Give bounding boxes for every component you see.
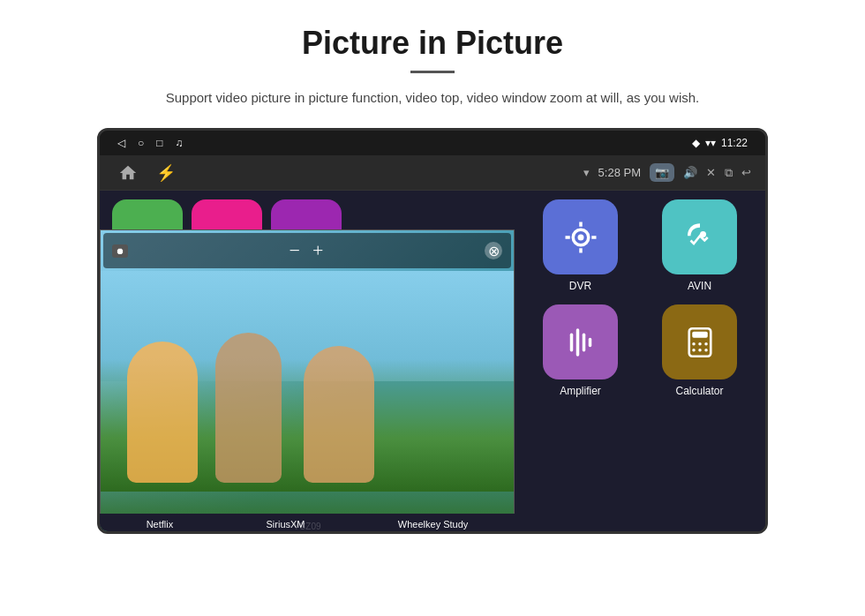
svg-rect-3 <box>569 333 573 351</box>
avin-label: AVIN <box>688 280 711 292</box>
dvr-app-item: DVR <box>527 199 634 292</box>
video-controls-bar: ⏺ − + ⊗ <box>103 233 511 268</box>
netflix-label: Netflix <box>147 519 174 530</box>
amplifier-app-item: Amplifier <box>527 304 634 397</box>
svg-rect-4 <box>575 328 579 357</box>
amplifier-icon[interactable] <box>543 304 618 379</box>
vc-center: − + <box>290 239 324 262</box>
video-content <box>101 271 514 492</box>
svg-point-11 <box>704 342 708 346</box>
page-title: Picture in Picture <box>302 25 563 62</box>
video-pip-area: ⏺ − + ⊗ <box>100 191 515 534</box>
page-wrapper: Picture in Picture Support video picture… <box>0 0 865 534</box>
dvr-label: DVR <box>569 280 591 292</box>
wifi-nav-icon: ▾ <box>583 166 590 179</box>
watermark: YCZ09 <box>293 522 320 531</box>
avin-icon[interactable] <box>662 199 737 274</box>
volume-icon[interactable]: 🔊 <box>683 166 697 179</box>
back-nav-icon[interactable]: ↩ <box>741 166 751 179</box>
dvr-icon[interactable] <box>543 199 618 274</box>
svg-point-13 <box>698 349 702 352</box>
page-subtitle: Support video picture in picture functio… <box>166 87 699 109</box>
status-bar: ◁ ○ □ ♫ ◆ ▾▾ 11:22 <box>100 131 765 155</box>
main-content: ⏺ − + ⊗ <box>100 191 765 534</box>
svg-point-1 <box>577 234 583 240</box>
video-close-btn[interactable]: ⊗ <box>485 242 502 259</box>
nav-bar: ⚡ ▾ 5:28 PM 📷 🔊 ✕ ⧉ ↩ <box>100 155 765 191</box>
wheelkey-label: Wheelkey Study <box>398 519 468 530</box>
svg-point-14 <box>704 349 708 352</box>
amplifier-label: Amplifier <box>560 385 601 397</box>
nav-time: 5:28 PM <box>598 166 641 179</box>
home-button[interactable] <box>114 159 142 187</box>
recents-icon[interactable]: □ <box>156 137 162 149</box>
video-player[interactable]: ⏺ − + ⊗ <box>100 229 515 534</box>
zoom-out-btn[interactable]: − <box>290 239 300 262</box>
video-record-icon: ⏺ <box>112 244 128 258</box>
svg-point-12 <box>692 349 696 352</box>
nav-right: ▾ 5:28 PM 📷 🔊 ✕ ⧉ ↩ <box>583 163 751 182</box>
svg-rect-5 <box>582 333 585 351</box>
svg-point-10 <box>698 342 702 346</box>
avin-app-item: AVIN <box>646 199 753 292</box>
home-icon[interactable]: ○ <box>138 137 144 149</box>
clock: 11:22 <box>721 137 748 149</box>
apps-grid: DVR AVIN <box>515 191 765 534</box>
calculator-app-item: Calculator <box>646 304 753 397</box>
wifi-icon: ▾▾ <box>705 137 716 149</box>
svg-rect-8 <box>692 331 708 337</box>
close-nav-icon[interactable]: ✕ <box>706 166 716 179</box>
device-frame: ◁ ○ □ ♫ ◆ ▾▾ 11:22 ⚡ ▾ <box>97 128 768 534</box>
vc-left: ⏺ <box>112 244 128 258</box>
nav-left: ⚡ <box>114 159 176 187</box>
camera-button[interactable]: 📷 <box>650 163 674 182</box>
back-icon[interactable]: ◁ <box>117 137 125 149</box>
music-icon[interactable]: ♫ <box>176 137 184 149</box>
usb-icon: ⚡ <box>156 163 176 183</box>
calculator-label: Calculator <box>675 385 723 397</box>
svg-point-9 <box>692 342 696 346</box>
location-icon: ◆ <box>692 137 700 149</box>
zoom-in-btn[interactable]: + <box>312 239 323 262</box>
status-bar-left: ◁ ○ □ ♫ <box>117 137 184 149</box>
status-bar-right: ◆ ▾▾ 11:22 <box>692 137 748 149</box>
title-divider <box>410 71 455 73</box>
svg-rect-6 <box>588 337 591 347</box>
calculator-icon[interactable] <box>662 304 737 379</box>
pip-icon[interactable]: ⧉ <box>725 166 733 180</box>
